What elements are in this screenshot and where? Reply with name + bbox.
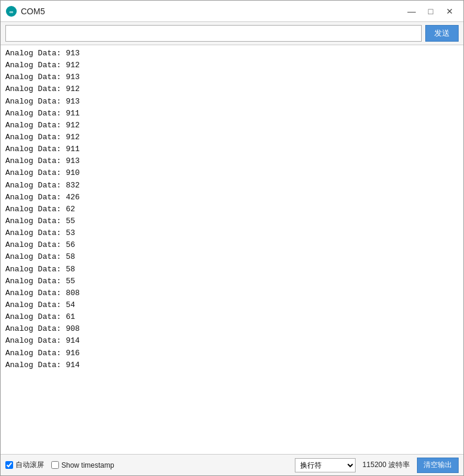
serial-line: Analog Data: 58 <box>5 251 459 263</box>
serial-line: Analog Data: 914 <box>5 335 459 347</box>
arduino-icon: ∞ <box>5 5 17 17</box>
serial-line: Analog Data: 61 <box>5 311 459 323</box>
serial-line: Analog Data: 913 <box>5 71 459 83</box>
serial-line: Analog Data: 910 <box>5 167 459 179</box>
serial-line: Analog Data: 911 <box>5 143 459 155</box>
maximize-button[interactable]: □ <box>422 4 440 19</box>
window-controls: — □ ✕ <box>403 4 459 19</box>
serial-line: Analog Data: 58 <box>5 264 459 275</box>
status-bar: 自动滚屏 Show timestamp 换行符没有行结束符换行符回车符两者都有 … <box>1 454 463 475</box>
timestamp-group[interactable]: Show timestamp <box>51 461 114 469</box>
serial-output-area: Analog Data: 913Analog Data: 912Analog D… <box>1 45 463 454</box>
serial-monitor-window: ∞ COM5 — □ ✕ 发送 Analog Data: 913Analog D… <box>0 0 464 476</box>
clear-button[interactable]: 清空输出 <box>417 458 459 473</box>
serial-line: Analog Data: 914 <box>5 359 459 371</box>
serial-line: Analog Data: 912 <box>5 131 459 143</box>
serial-line: Analog Data: 913 <box>5 48 459 60</box>
minimize-button[interactable]: — <box>403 4 421 19</box>
serial-line: Analog Data: 912 <box>5 83 459 95</box>
serial-line: Analog Data: 832 <box>5 180 459 192</box>
serial-line: Analog Data: 426 <box>5 192 459 203</box>
close-button[interactable]: ✕ <box>441 4 459 19</box>
serial-line: Analog Data: 912 <box>5 60 459 71</box>
line-ending-select[interactable]: 换行符没有行结束符换行符回车符两者都有 <box>295 458 356 472</box>
serial-line: Analog Data: 908 <box>5 323 459 335</box>
serial-line: Analog Data: 56 <box>5 239 459 251</box>
title-bar: ∞ COM5 — □ ✕ <box>1 1 463 22</box>
serial-line: Analog Data: 53 <box>5 227 459 239</box>
serial-line: Analog Data: 54 <box>5 299 459 311</box>
serial-line: Analog Data: 55 <box>5 215 459 227</box>
serial-line: Analog Data: 808 <box>5 287 459 299</box>
serial-line: Analog Data: 62 <box>5 203 459 215</box>
serial-line: Analog Data: 55 <box>5 275 459 287</box>
svg-text:∞: ∞ <box>10 9 14 15</box>
serial-line: Analog Data: 911 <box>5 108 459 120</box>
serial-output[interactable]: Analog Data: 913Analog Data: 912Analog D… <box>1 45 463 454</box>
baud-rate-label: 115200 波特率 <box>363 460 410 470</box>
autoscroll-checkbox[interactable] <box>5 461 13 469</box>
serial-line: Analog Data: 912 <box>5 120 459 131</box>
timestamp-checkbox[interactable] <box>51 461 59 469</box>
serial-line: Analog Data: 913 <box>5 96 459 108</box>
send-button[interactable]: 发送 <box>425 25 459 42</box>
serial-line: Analog Data: 913 <box>5 155 459 167</box>
autoscroll-group[interactable]: 自动滚屏 <box>5 460 44 470</box>
timestamp-label: Show timestamp <box>61 461 114 469</box>
serial-line: Analog Data: 916 <box>5 347 459 359</box>
serial-input[interactable] <box>5 25 422 42</box>
toolbar: 发送 <box>1 22 463 45</box>
window-title: COM5 <box>21 7 403 16</box>
autoscroll-label: 自动滚屏 <box>15 460 44 470</box>
